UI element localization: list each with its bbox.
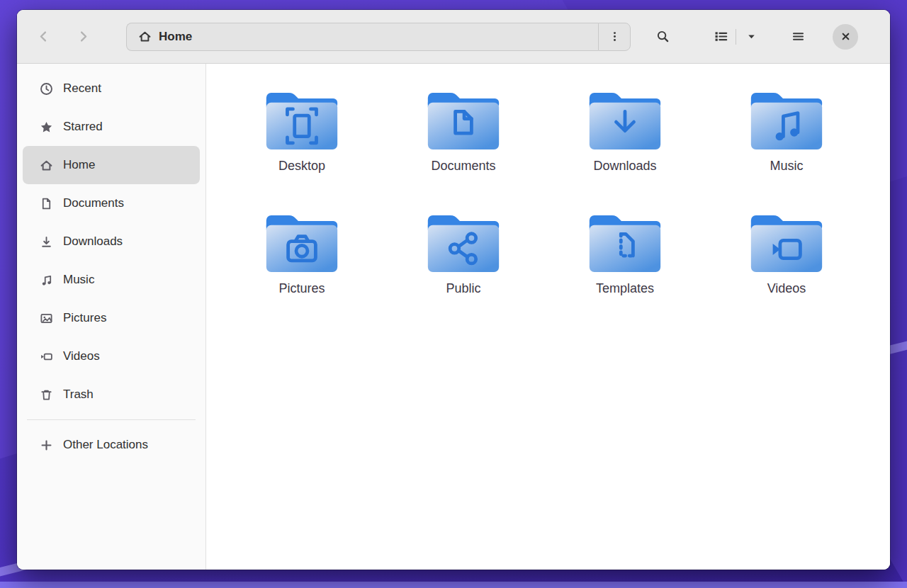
sidebar-item-label: Downloads [63, 234, 123, 249]
view-toggle-group [707, 23, 765, 50]
folder-item-music[interactable]: Music [706, 88, 867, 174]
close-icon [840, 30, 852, 43]
divider [736, 29, 736, 45]
search-icon [656, 30, 670, 43]
location-bar[interactable]: Home [126, 23, 598, 51]
sidebar-item-label: Pictures [63, 311, 106, 325]
sidebar-item-pictures[interactable]: Pictures [23, 299, 200, 337]
folder-item-videos[interactable]: Videos [706, 210, 867, 296]
sidebar-list: Recent Starred Home Documents Downloads … [17, 69, 205, 414]
desktop-background: Home [0, 0, 907, 588]
sidebar-item-label: Trash [63, 388, 94, 402]
sidebar-item-label: Home [63, 158, 95, 172]
home-icon [138, 30, 152, 43]
sidebar-item-downloads[interactable]: Downloads [23, 222, 200, 261]
view-options-button[interactable] [738, 23, 765, 50]
sidebar-item-starred[interactable]: Starred [23, 108, 200, 146]
trash-icon [40, 388, 53, 402]
folder-item-downloads[interactable]: Downloads [544, 88, 706, 174]
hamburger-icon [791, 30, 805, 43]
sidebar: Recent Starred Home Documents Downloads … [17, 64, 206, 570]
files-window: Home [17, 10, 890, 570]
folder-item-templates[interactable]: Templates [544, 210, 706, 296]
caret-down-icon [745, 30, 757, 43]
back-button[interactable] [30, 23, 57, 50]
star-icon [40, 120, 53, 134]
folder-item-public[interactable]: Public [383, 210, 544, 296]
folder-item-documents[interactable]: Documents [383, 88, 544, 174]
folder-camcorder-icon [746, 210, 827, 277]
sidebar-item-label: Videos [63, 349, 100, 363]
plus-icon [40, 439, 53, 452]
folder-name: Public [446, 281, 480, 296]
sidebar-item-other-locations[interactable]: Other Locations [23, 426, 200, 464]
picture-icon [40, 312, 53, 325]
folder-name: Videos [767, 281, 806, 296]
close-button[interactable] [833, 24, 858, 50]
download-icon [40, 235, 53, 249]
sidebar-item-music[interactable]: Music [23, 261, 200, 299]
folder-name: Downloads [593, 159, 656, 174]
list-view-icon [714, 30, 728, 43]
sidebar-item-documents[interactable]: Documents [23, 184, 200, 222]
document-icon [40, 197, 53, 210]
chevron-left-icon [37, 30, 50, 43]
sidebar-item-recent[interactable]: Recent [23, 69, 200, 108]
video-icon [40, 350, 53, 363]
sidebar-item-label: Music [63, 273, 94, 287]
sidebar-item-home[interactable]: Home [23, 146, 200, 184]
sidebar-item-label: Recent [63, 81, 101, 96]
sidebar-separator [27, 419, 196, 420]
search-button[interactable] [649, 23, 676, 50]
sidebar-item-label: Starred [63, 120, 103, 134]
folder-camera-icon [261, 210, 342, 277]
folder-item-pictures[interactable]: Pictures [221, 210, 383, 296]
folder-name: Pictures [278, 281, 325, 296]
three-dots-vertical-icon [609, 30, 621, 43]
folder-grid: Desktop Documents Downloads Music Pictur… [221, 88, 890, 296]
main-menu-button[interactable] [784, 23, 811, 50]
header-bar: Home [17, 10, 890, 64]
list-view-button[interactable] [707, 23, 734, 50]
sidebar-item-videos[interactable]: Videos [23, 337, 200, 375]
location-menu-button[interactable] [598, 23, 631, 51]
folder-document-icon [423, 88, 504, 154]
folder-name: Documents [431, 159, 495, 174]
folder-name: Music [770, 159, 803, 174]
location-label: Home [159, 30, 192, 44]
folder-music-icon [746, 88, 827, 154]
folder-template-icon [585, 210, 665, 277]
file-view: Desktop Documents Downloads Music Pictur… [206, 64, 890, 570]
wallpaper-shape [0, 582, 907, 588]
folder-share-icon [423, 210, 504, 277]
sidebar-item-trash[interactable]: Trash [23, 375, 200, 414]
sidebar-item-label: Documents [63, 196, 124, 210]
folder-name: Templates [596, 281, 654, 296]
folder-download-icon [585, 88, 665, 154]
clock-icon [40, 82, 53, 96]
sidebar-item-label: Other Locations [63, 438, 148, 452]
music-icon [40, 273, 53, 287]
chevron-right-icon [77, 30, 90, 43]
navigation-buttons [30, 23, 96, 50]
location-bar-group: Home [126, 23, 631, 51]
folder-name: Desktop [278, 159, 325, 174]
folder-item-desktop[interactable]: Desktop [221, 88, 383, 174]
home-icon [40, 159, 53, 172]
window-body: Recent Starred Home Documents Downloads … [17, 64, 890, 570]
forward-button[interactable] [69, 23, 96, 50]
folder-desktop-icon [261, 88, 342, 154]
